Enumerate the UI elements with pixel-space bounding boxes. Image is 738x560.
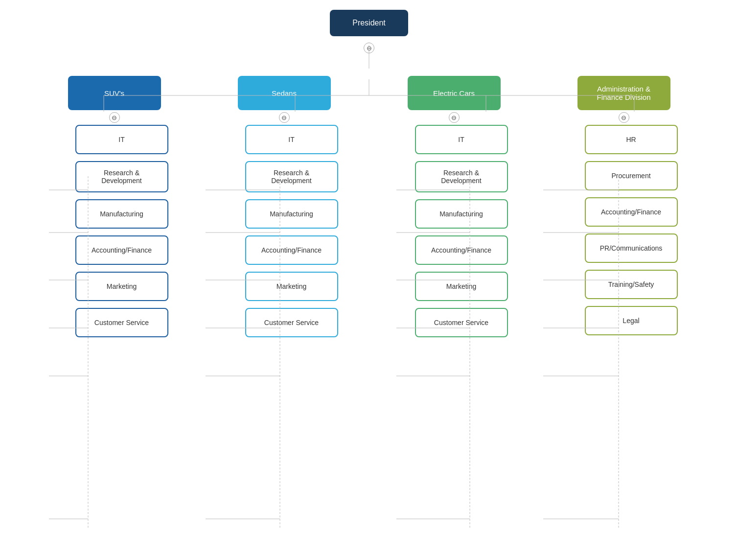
dept-sedans-marketing: Marketing [245, 272, 338, 301]
division-suvs-box: SUV's [68, 76, 161, 110]
dept-electric-accounting: Accounting/Finance [415, 235, 508, 265]
dept-admin-procurement: Procurement [585, 161, 678, 190]
dept-suvs-it: IT [75, 125, 168, 154]
division-admin-box: Administration &Finance Division [577, 76, 670, 110]
admin-departments: HR Procurement Accounting/Finance PR/Com… [570, 125, 678, 335]
president-box: President [330, 10, 408, 36]
admin-collapse-btn[interactable]: ⊖ [619, 112, 629, 123]
dept-suvs-rd: Research &Development [75, 161, 168, 192]
dept-suvs-manufacturing: Manufacturing [75, 199, 168, 229]
dept-electric-manufacturing: Manufacturing [415, 199, 508, 229]
electric-collapse-btn[interactable]: ⊖ [449, 112, 460, 123]
dept-sedans-it: IT [245, 125, 338, 154]
division-suvs: SUV's ⊖ IT Research &Development Manufac… [61, 76, 168, 337]
dept-admin-training: Training/Safety [585, 270, 678, 299]
org-chart: President ⊖ SUV's ⊖ IT Research &Develop… [0, 0, 738, 347]
division-sedans: Sedans ⊖ IT Research &Development Manufa… [231, 76, 338, 337]
dept-admin-pr: PR/Communications [585, 233, 678, 263]
dept-electric-cs: Customer Service [415, 308, 508, 337]
dept-admin-accounting: Accounting/Finance [585, 197, 678, 227]
president-collapse-btn[interactable]: ⊖ [364, 43, 374, 53]
sedans-collapse-btn[interactable]: ⊖ [279, 112, 290, 123]
suvs-departments: IT Research &Development Manufacturing A… [61, 125, 168, 337]
dept-suvs-cs: Customer Service [75, 308, 168, 337]
dept-sedans-rd: Research &Development [245, 161, 338, 192]
dept-sedans-accounting: Accounting/Finance [245, 235, 338, 265]
dept-sedans-cs: Customer Service [245, 308, 338, 337]
president-section: President ⊖ [330, 10, 408, 60]
electric-departments: IT Research &Development Manufacturing A… [400, 125, 508, 337]
divisions-row: SUV's ⊖ IT Research &Development Manufac… [10, 76, 728, 337]
division-electric-box: Electric Cars [408, 76, 501, 110]
dept-electric-marketing: Marketing [415, 272, 508, 301]
sedans-departments: IT Research &Development Manufacturing A… [231, 125, 338, 337]
dept-admin-legal: Legal [585, 306, 678, 335]
dept-suvs-accounting: Accounting/Finance [75, 235, 168, 265]
division-sedans-box: Sedans [238, 76, 331, 110]
dept-electric-rd: Research &Development [415, 161, 508, 192]
dept-electric-it: IT [415, 125, 508, 154]
main-layout: President ⊖ SUV's ⊖ IT Research &Develop… [10, 10, 728, 337]
division-electric-cars: Electric Cars ⊖ IT Research &Development… [400, 76, 508, 337]
dept-suvs-marketing: Marketing [75, 272, 168, 301]
dept-sedans-manufacturing: Manufacturing [245, 199, 338, 229]
division-admin-finance: Administration &Finance Division ⊖ HR Pr… [570, 76, 678, 337]
dept-admin-hr: HR [585, 125, 678, 154]
suvs-collapse-btn[interactable]: ⊖ [109, 112, 120, 123]
